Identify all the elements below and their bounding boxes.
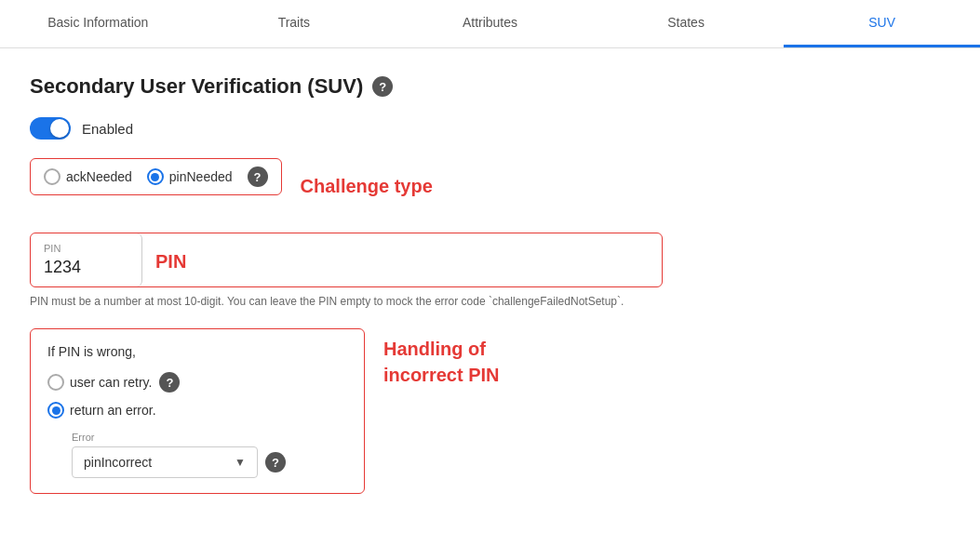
main-container: Basic Information Traits Attributes Stat… xyxy=(0,0,980,559)
retry-row: user can retry. ? xyxy=(47,372,347,393)
enabled-label: Enabled xyxy=(82,121,133,137)
radio-return-error-circle[interactable] xyxy=(47,402,64,419)
page-title-text: Secondary User Verification (SUV) xyxy=(30,74,363,99)
tab-basic-information[interactable]: Basic Information xyxy=(0,0,196,47)
radio-retry[interactable]: user can retry. xyxy=(47,374,152,391)
enabled-toggle-row: Enabled xyxy=(30,117,950,140)
challenge-type-help-icon[interactable]: ? xyxy=(248,166,268,187)
pin-annotation-inline: PIN xyxy=(142,233,662,286)
radio-return-error-label: return an error. xyxy=(70,403,156,418)
page-title-row: Secondary User Verification (SUV) ? xyxy=(30,74,950,99)
pin-field-label: PIN xyxy=(44,243,128,254)
challenge-type-radio-group: ackNeeded pinNeeded ? xyxy=(30,158,282,195)
error-dropdown-box: pinIncorrect ▼ ? xyxy=(72,446,347,478)
radio-ack-needed[interactable]: ackNeeded xyxy=(44,168,132,185)
error-dropdown-label: Error xyxy=(72,432,347,443)
main-content: Secondary User Verification (SUV) ? Enab… xyxy=(0,48,980,520)
tab-bar: Basic Information Traits Attributes Stat… xyxy=(0,0,980,48)
incorrect-pin-box: If PIN is wrong, user can retry. ? retur… xyxy=(30,328,365,494)
pin-value: 1234 xyxy=(44,258,128,277)
error-dropdown[interactable]: pinIncorrect ▼ xyxy=(72,446,258,478)
radio-retry-circle[interactable] xyxy=(47,374,64,391)
incorrect-pin-annotation: Handling ofincorrect PIN xyxy=(383,339,499,385)
radio-pin-needed[interactable]: pinNeeded xyxy=(147,168,233,185)
challenge-type-row: ackNeeded pinNeeded ? Challenge type xyxy=(30,158,950,214)
error-dropdown-value: pinIncorrect xyxy=(84,455,152,470)
incorrect-pin-row: If PIN is wrong, user can retry. ? retur… xyxy=(30,328,950,494)
tab-attributes[interactable]: Attributes xyxy=(392,0,588,47)
tab-suv[interactable]: SUV xyxy=(784,0,980,47)
radio-ack-circle[interactable] xyxy=(44,168,60,185)
dropdown-arrow-icon: ▼ xyxy=(235,456,246,469)
challenge-type-annotation: Challenge type xyxy=(301,176,433,197)
radio-pin-label: pinNeeded xyxy=(169,169,233,184)
pin-hint: PIN must be a number at most 10-digit. Y… xyxy=(30,293,950,310)
error-dropdown-row: Error pinIncorrect ▼ ? xyxy=(72,432,347,478)
tab-states[interactable]: States xyxy=(588,0,785,47)
enabled-toggle[interactable] xyxy=(30,117,71,140)
radio-retry-label: user can retry. xyxy=(70,375,152,390)
pin-annotation-text: PIN xyxy=(155,251,186,273)
return-error-row: return an error. xyxy=(47,402,347,419)
title-help-icon[interactable]: ? xyxy=(372,76,393,97)
incorrect-pin-annotation-container: Handling ofincorrect PIN xyxy=(383,336,499,388)
tab-traits[interactable]: Traits xyxy=(196,0,393,47)
retry-help-icon[interactable]: ? xyxy=(159,372,180,393)
pin-input-box: PIN 1234 xyxy=(31,233,142,286)
radio-ack-label: ackNeeded xyxy=(66,169,132,184)
pin-section-row: PIN 1234 PIN xyxy=(30,233,950,287)
incorrect-pin-title: If PIN is wrong, xyxy=(47,344,347,359)
radio-pin-circle[interactable] xyxy=(147,168,164,185)
error-dropdown-help-icon[interactable]: ? xyxy=(265,452,286,472)
radio-return-error[interactable]: return an error. xyxy=(47,402,156,419)
